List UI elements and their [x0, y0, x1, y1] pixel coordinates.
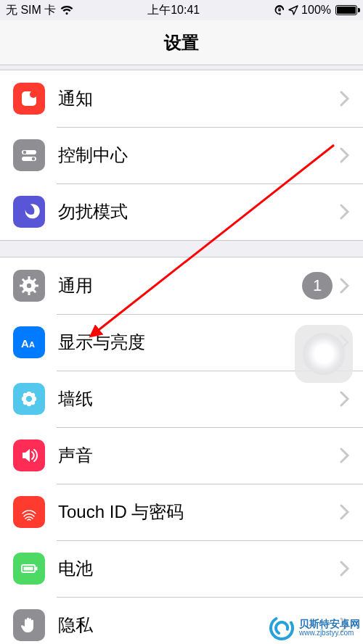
chevron-right-icon	[340, 91, 350, 107]
moon-icon	[13, 196, 45, 228]
orientation-lock-icon	[274, 4, 285, 16]
svg-point-27	[27, 397, 32, 402]
chevron-right-icon	[340, 447, 350, 463]
svg-point-8	[27, 284, 31, 288]
nav-header: 设置	[0, 20, 363, 65]
carrier-text: 无 SIM 卡	[6, 3, 56, 18]
svg-text:A: A	[21, 337, 29, 350]
svg-rect-29	[36, 567, 38, 571]
chevron-right-icon	[340, 504, 350, 520]
watermark-icon	[269, 615, 295, 641]
row-general[interactable]: 通用 1	[0, 257, 363, 314]
status-bar: 无 SIM 卡 上午10:41 100%	[0, 0, 363, 20]
svg-point-2	[30, 91, 37, 98]
assistive-touch-button[interactable]	[295, 325, 353, 383]
notification-badge: 1	[302, 272, 333, 300]
chevron-right-icon	[340, 204, 350, 220]
svg-text:A: A	[29, 340, 35, 349]
svg-rect-10	[28, 292, 30, 295]
svg-point-26	[30, 400, 35, 405]
svg-point-6	[32, 157, 35, 160]
watermark: 贝斯特安卓网 www.zjbstyy.com	[269, 615, 360, 641]
toggles-icon	[13, 139, 45, 171]
battery-icon	[13, 553, 45, 585]
row-label: 勿扰模式	[58, 200, 340, 223]
flower-icon	[13, 383, 45, 415]
svg-point-32	[269, 615, 295, 641]
speaker-icon	[13, 439, 45, 471]
fingerprint-icon	[13, 496, 45, 528]
svg-point-23	[23, 393, 28, 397]
svg-point-4	[23, 151, 26, 154]
text-size-icon: AA	[13, 326, 45, 358]
row-control-center[interactable]: 控制中心	[0, 127, 363, 183]
row-label: 声音	[58, 444, 340, 467]
page-title: 设置	[164, 31, 199, 54]
svg-point-24	[30, 393, 35, 397]
notifications-icon	[13, 83, 45, 115]
svg-point-25	[23, 400, 28, 405]
row-sounds[interactable]: 声音	[0, 427, 363, 484]
row-label: Touch ID 与密码	[58, 500, 340, 524]
svg-rect-30	[24, 567, 33, 571]
row-label: 控制中心	[58, 144, 340, 167]
wifi-icon	[60, 5, 73, 15]
location-icon	[288, 5, 298, 15]
svg-rect-12	[35, 285, 38, 287]
svg-rect-11	[20, 285, 23, 287]
svg-rect-0	[278, 9, 280, 12]
assistive-touch-icon	[303, 333, 345, 375]
clock-text: 上午10:41	[147, 3, 200, 18]
row-label: 通用	[58, 274, 302, 297]
gear-icon	[13, 270, 45, 302]
settings-group-2: 通用 1 AA 显示与亮度 墙纸 声音 Touch ID 与密码	[0, 257, 363, 644]
row-notifications[interactable]: 通知	[0, 70, 363, 127]
svg-rect-9	[28, 276, 30, 280]
row-dnd[interactable]: 勿扰模式	[0, 183, 363, 240]
battery-percent-text: 100%	[301, 4, 331, 17]
watermark-line1: 贝斯特安卓网	[299, 618, 360, 629]
row-label: 电池	[58, 557, 340, 580]
row-battery[interactable]: 电池	[0, 540, 363, 597]
row-touchid[interactable]: Touch ID 与密码	[0, 484, 363, 540]
chevron-right-icon	[340, 147, 350, 163]
battery-icon	[335, 5, 357, 15]
svg-point-33	[274, 620, 290, 636]
hand-icon	[13, 609, 45, 641]
settings-group-1: 通知 控制中心 勿扰模式	[0, 70, 363, 241]
chevron-right-icon	[340, 391, 350, 407]
watermark-line2: www.zjbstyy.com	[299, 629, 360, 637]
row-label: 通知	[58, 87, 340, 110]
chevron-right-icon	[340, 561, 350, 577]
chevron-right-icon	[340, 278, 350, 294]
row-label: 墙纸	[58, 387, 340, 410]
